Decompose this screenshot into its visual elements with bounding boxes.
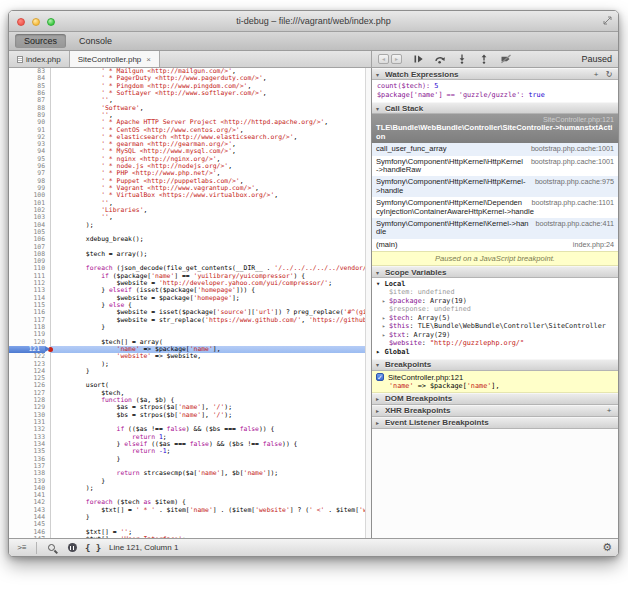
scope-variable[interactable]: ▸$package: Array(19) — [376, 297, 618, 306]
call-stack-frame[interactable]: bootstrap.php.cache:975Symfony\Component… — [372, 176, 618, 197]
deactivate-breakpoints-icon[interactable] — [498, 53, 514, 65]
code-line: 136 } — [9, 456, 365, 463]
variable-value: undefined — [418, 289, 455, 296]
step-into-icon[interactable] — [454, 53, 470, 65]
code-text: ' * elasticsearch <http://www.elasticsea… — [51, 134, 365, 141]
scope-variables-header[interactable]: ▾ Scope Variables — [372, 266, 618, 278]
watch-expressions-header[interactable]: ▾ Watch Expressions + ↻ — [372, 68, 618, 80]
code-token — [55, 112, 101, 119]
add-xhr-breakpoint-icon[interactable]: + — [604, 406, 614, 415]
watch-expression-text: count($tech): — [377, 82, 434, 90]
expand-triangle-icon[interactable]: ▸ — [382, 331, 389, 339]
call-stack-frame[interactable]: bootstrap.php.cache:1101Symfony\Componen… — [372, 197, 618, 218]
line-number-gutter[interactable]: 121121 — [9, 346, 51, 353]
code-token: ' * MySQL <http://www.mysql.com/>' — [101, 148, 232, 155]
code-token: , — [228, 163, 232, 170]
breakpoints-toggle-icon[interactable] — [65, 541, 79, 555]
code-text: '', — [51, 112, 365, 119]
expand-triangle-icon[interactable]: ▸ — [382, 314, 389, 322]
code-text: } elseif (($as === false) && ($bs !== fa… — [51, 441, 365, 448]
title-bar[interactable]: ti-debug – file:///vagrant/web/index.php — [9, 11, 618, 32]
scope-variable[interactable]: $item: undefined — [376, 289, 618, 297]
minimize-window-icon[interactable] — [32, 18, 40, 26]
code-line: 144 } — [9, 514, 365, 521]
colon: : — [409, 314, 417, 322]
breakpoint-checkbox[interactable]: ✓ — [376, 373, 384, 381]
code-token: , — [109, 214, 113, 221]
line-number-gutter[interactable]: 147 — [9, 536, 51, 538]
watch-expression[interactable]: $package['name'] == 'guzzle/guzzle': tru… — [377, 91, 618, 100]
call-stack-frame[interactable]: bootstrap.php.cache:1001call_user_func_a… — [372, 143, 618, 155]
code-text: $txt[] = ''; — [51, 529, 365, 536]
disclosure-triangle-icon[interactable]: ▾ — [376, 361, 382, 368]
scope-variable[interactable]: ▸$tech: Array(5) — [376, 314, 618, 323]
colon: : — [422, 340, 430, 347]
xhr-breakpoints-header[interactable]: ▸XHR Breakpoints+ — [372, 405, 618, 417]
zoom-window-icon[interactable] — [47, 18, 55, 26]
tab-scroll-left-icon[interactable]: ◂ — [378, 54, 389, 64]
continue-icon[interactable] — [410, 53, 426, 65]
code-token: 'homepage' — [194, 295, 232, 302]
call-stack-frame[interactable]: bootstrap.php.cache:1001Symfony\Componen… — [372, 156, 618, 177]
code-token: $website = isset($package[ — [55, 309, 217, 316]
code-editor[interactable]: 83 ' * Mailgun <http://mailgun.com/>',84… — [9, 68, 365, 538]
disclosure-triangle-icon[interactable]: ▾ — [376, 105, 382, 112]
code-token: $as = strpos($a[ — [55, 404, 178, 411]
scope-group-label: Local — [384, 280, 405, 288]
file-tab-index.php[interactable]: index.php — [9, 51, 70, 67]
disclosure-triangle-icon[interactable]: ▸ — [376, 395, 382, 402]
code-token: ); — [55, 361, 109, 368]
code-token: } — [55, 368, 90, 375]
search-icon[interactable] — [44, 541, 58, 555]
call-stack-frame[interactable]: SiteController.php:121TLE\Bundle\WebBund… — [372, 114, 618, 143]
code-token: ) { — [294, 273, 306, 280]
breakpoint-item[interactable]: ✓SiteController.php:121'name' => $packag… — [372, 371, 618, 393]
disclosure-triangle-icon[interactable]: ▾ — [376, 71, 382, 78]
expand-triangle-icon[interactable]: ▸ — [382, 297, 389, 305]
expand-triangle-icon[interactable]: ▸ — [382, 322, 389, 330]
event-listener-breakpoints-header[interactable]: ▸Event Listener Breakpoints — [372, 417, 618, 429]
call-stack-frame[interactable]: bootstrap.php.cache:411Symfony\Component… — [372, 218, 618, 239]
scope-variable[interactable]: $response: undefined — [376, 306, 618, 314]
scope-variable[interactable]: ▸$txt: Array(29) — [376, 331, 618, 340]
dom-breakpoints-header[interactable]: ▸DOM Breakpoints — [372, 393, 618, 405]
code-token: ; — [128, 529, 132, 536]
scope-group-local[interactable]: ▾ Local — [376, 280, 618, 289]
close-tab-icon[interactable]: × — [144, 55, 151, 64]
scope-variable[interactable]: $website: "http://guzzlephp.org/" — [376, 340, 618, 348]
refresh-watch-icon[interactable]: ↻ — [604, 70, 614, 79]
code-token — [55, 170, 101, 177]
disclosure-triangle-icon[interactable]: ▸ — [376, 419, 382, 426]
tab-console[interactable]: Console — [70, 34, 121, 48]
code-text: $as = strpos($a['name'], '/'); — [51, 404, 365, 411]
divider — [36, 542, 37, 554]
code-line: 83 ' * Mailgun <http://mailgun.com/>', — [9, 68, 365, 75]
frame-location: bootstrap.php.cache:1001 — [525, 158, 614, 166]
disclosure-triangle-icon[interactable]: ▸ — [376, 407, 382, 414]
colon: : — [422, 297, 430, 305]
resize-icon[interactable] — [603, 16, 612, 25]
add-watch-icon[interactable]: + — [591, 70, 601, 79]
code-token: } — [55, 514, 90, 521]
pretty-print-icon[interactable]: { } — [86, 541, 100, 555]
cursor-position-label: Line 121, Column 1 — [109, 543, 178, 552]
step-out-icon[interactable] — [476, 53, 492, 65]
breakpoints-header[interactable]: ▾ Breakpoints — [372, 359, 618, 371]
step-over-icon[interactable] — [432, 53, 448, 65]
code-line: 100 ' * VirtualBox <https://www.virtualb… — [9, 192, 365, 199]
settings-gear-icon[interactable]: ⚙ — [602, 541, 612, 554]
scope-variable[interactable]: ▸$this: TLE\Bundle\WebBundle\Controller\… — [376, 322, 618, 331]
file-tab-sitecontroller.php[interactable]: SiteController.php× — [69, 51, 160, 67]
code-token — [55, 207, 101, 214]
tab-scroll-right-icon[interactable]: ▸ — [391, 54, 402, 64]
console-drawer-icon[interactable]: >≡ — [15, 541, 29, 555]
call-stack-frame[interactable]: index.php:24(main) — [372, 239, 618, 251]
tab-sources[interactable]: Sources — [15, 34, 66, 48]
watch-expression[interactable]: count($tech): 5 — [377, 82, 618, 91]
disclosure-triangle-icon[interactable]: ▾ — [376, 269, 382, 276]
call-stack-header[interactable]: ▾ Call Stack — [372, 102, 618, 114]
code-text: '', — [51, 97, 365, 104]
close-window-icon[interactable] — [17, 18, 25, 26]
scope-group-global[interactable]: ▸ Global — [376, 348, 618, 357]
code-text: ); — [51, 361, 365, 368]
